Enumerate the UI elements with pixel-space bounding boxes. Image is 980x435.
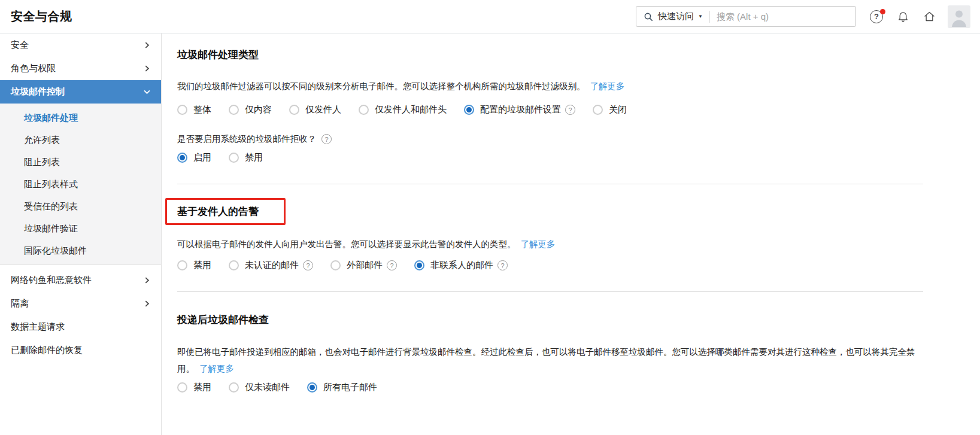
radio-label: 所有电子邮件 [323,382,377,393]
header-actions: 快速访问 ▼ ? [636,5,970,28]
page-title: 安全与合规 [11,8,72,25]
learn-more-link[interactable]: 了解更多 [590,81,625,91]
chevron-down-icon [144,89,150,95]
sender-alert-description: 可以根据电子邮件的发件人向用户发出告警。您可以选择要显示此告警的发件人的类型。了… [177,236,923,253]
sidebar-subitem-spam-processing[interactable]: 垃圾邮件处理 [0,107,161,129]
radio-option-unread-only[interactable]: 仅未读邮件 [229,382,290,393]
radio-icon [229,260,239,270]
sidebar-subitem-trusted-list[interactable]: 受信任的列表 [0,196,161,218]
help-icon[interactable]: ? [303,260,313,270]
description-text: 我们的垃圾邮件过滤器可以按不同的级别来分析电子邮件。您可以选择整个机构所需的垃圾… [177,81,585,91]
sidebar-item-phishing-malware[interactable]: 网络钓鱼和恶意软件 [0,269,161,292]
sidebar-subitem-allow-list[interactable]: 允许列表 [0,129,161,151]
radio-label: 整体 [193,104,211,115]
radio-option-sender-and-header[interactable]: 仅发件人和邮件头 [359,104,447,115]
sidebar-nav: 安全 角色与权限 垃圾邮件控制 垃圾邮件处理 允许列表 阻止 [0,34,162,435]
post-delivery-description: 即使已将电子邮件投递到相应的邮箱，也会对电子邮件进行背景垃圾邮件检查。经过此检查… [177,343,923,377]
description-text: 即使已将电子邮件投递到相应的邮箱，也会对电子邮件进行背景垃圾邮件检查。经过此检查… [177,347,915,373]
annotation-red-box: 基于发件人的告警 [165,198,286,225]
radio-option-non-contact-mail[interactable]: 非联系人的邮件 ? [414,260,508,271]
radio-icon [593,105,603,115]
radio-icon [177,105,187,115]
chevron-down-icon: ▼ [698,14,703,19]
sidebar-subitem-international-spam[interactable]: 国际化垃圾邮件 [0,240,161,262]
chevron-right-icon [144,42,150,48]
help-icon[interactable]: ? [387,260,397,270]
radio-label: 启用 [193,152,211,163]
section-title-spam-processing-type: 垃圾邮件处理类型 [177,48,923,62]
radio-label: 仅发件人和邮件头 [375,104,447,115]
radio-option-all-emails[interactable]: 所有电子邮件 [307,382,377,393]
radio-option-off[interactable]: 关闭 [593,104,627,115]
chevron-right-icon [144,300,150,307]
radio-option-disable[interactable]: 禁用 [229,152,263,163]
sidebar-item-label: 角色与权限 [11,63,56,74]
home-icon [923,10,936,23]
radio-label: 配置的垃圾邮件设置 [480,104,561,115]
sidebar-item-label: 已删除邮件的恢复 [11,345,83,356]
sidebar-item-spam-control[interactable]: 垃圾邮件控制 [0,80,161,104]
search-input[interactable] [717,11,848,22]
sidebar-subitem-label: 受信任的列表 [24,201,78,212]
user-avatar[interactable] [948,5,970,28]
section-divider [177,291,923,292]
search-divider [709,11,710,23]
sidebar-item-label: 隔离 [11,298,29,309]
radio-option-unauthenticated-mail[interactable]: 未认证的邮件 ? [229,260,313,271]
radio-option-enable[interactable]: 启用 [177,152,211,163]
radio-option-external-mail[interactable]: 外部邮件 ? [330,260,397,271]
radio-option-alert-disable[interactable]: 禁用 [177,260,211,271]
sidebar-subitem-spam-verification[interactable]: 垃圾邮件验证 [0,218,161,240]
top-header: 安全与合规 快速访问 ▼ ? [0,0,980,34]
help-button[interactable]: ? [870,10,883,23]
bell-icon [897,10,909,23]
search-icon [644,12,653,22]
radio-option-check-disable[interactable]: 禁用 [177,382,211,393]
radio-label: 仅发件人 [305,104,341,115]
learn-more-link[interactable]: 了解更多 [521,239,556,249]
system-reject-question: 是否要启用系统级的垃圾邮件拒收？ ? [177,133,923,145]
radio-option-content-only[interactable]: 仅内容 [229,104,272,115]
sidebar-item-data-subject-request[interactable]: 数据主题请求 [0,315,161,339]
radio-label: 仅未读邮件 [245,382,290,393]
question-text: 是否要启用系统级的垃圾邮件拒收？ [177,133,316,145]
quick-access-dropdown[interactable]: 快速访问 ▼ [644,11,703,22]
sidebar-item-label: 数据主题请求 [11,321,65,333]
help-icon[interactable]: ? [497,260,508,270]
sidebar-item-roles-permissions[interactable]: 角色与权限 [0,57,161,80]
radio-icon [229,153,239,163]
chevron-right-icon [144,65,150,72]
sidebar-subitem-label: 允许列表 [24,135,60,146]
radio-label: 未认证的邮件 [245,260,299,271]
spam-processing-description: 我们的垃圾邮件过滤器可以按不同的级别来分析电子邮件。您可以选择整个机构所需的垃圾… [177,78,923,95]
radio-icon [289,105,299,115]
learn-more-link[interactable]: 了解更多 [199,364,234,373]
radio-label: 仅内容 [245,104,272,115]
radio-label: 非联系人的邮件 [430,260,493,271]
sidebar-item-security[interactable]: 安全 [0,34,161,57]
radio-label: 禁用 [193,382,211,393]
sidebar-subitem-block-list-pattern[interactable]: 阻止列表样式 [0,174,161,196]
radio-label: 禁用 [193,260,211,271]
global-search-box[interactable]: 快速访问 ▼ [636,6,856,27]
sidebar-item-deleted-mail-recovery[interactable]: 已删除邮件的恢复 [0,339,161,362]
spam-control-submenu: 垃圾邮件处理 允许列表 阻止列表 阻止列表样式 受信任的列表 垃圾邮件验证 国际… [0,104,161,265]
description-text: 可以根据电子邮件的发件人向用户发出告警。您可以选择要显示此告警的发件人的类型。 [177,239,516,249]
main-content: 垃圾邮件处理类型 我们的垃圾邮件过滤器可以按不同的级别来分析电子邮件。您可以选择… [162,34,980,435]
help-icon[interactable]: ? [321,134,332,144]
sidebar-subitem-block-list[interactable]: 阻止列表 [0,151,161,174]
radio-option-configured-spam-settings[interactable]: 配置的垃圾邮件设置 ? [464,104,575,115]
section-title-sender-based-alert: 基于发件人的告警 [177,205,259,218]
notification-dot [880,9,885,14]
sidebar-item-label: 网络钓鱼和恶意软件 [11,275,92,286]
notifications-button[interactable] [897,10,909,23]
home-button[interactable] [923,10,936,23]
section-divider [177,184,923,184]
radio-icon [307,382,317,393]
radio-icon [330,260,341,270]
help-icon[interactable]: ? [565,105,575,115]
radio-option-sender-only[interactable]: 仅发件人 [289,104,341,115]
radio-icon [414,260,424,270]
radio-option-overall[interactable]: 整体 [177,104,211,115]
sidebar-item-quarantine[interactable]: 隔离 [0,292,161,315]
